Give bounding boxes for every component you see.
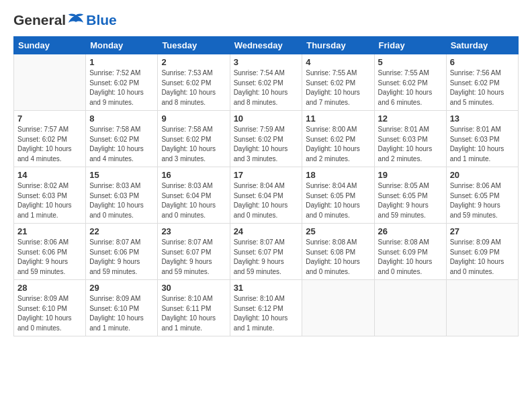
- day-info: Sunrise: 8:04 AM Sunset: 6:05 PM Dayligh…: [306, 181, 370, 220]
- calendar-week-row: 28Sunrise: 8:09 AM Sunset: 6:10 PM Dayli…: [14, 280, 519, 336]
- day-number: 28: [17, 283, 82, 293]
- day-info: Sunrise: 7:54 AM Sunset: 6:02 PM Dayligh…: [234, 68, 299, 107]
- day-number: 11: [306, 113, 370, 124]
- calendar-week-row: 21Sunrise: 8:06 AM Sunset: 6:06 PM Dayli…: [14, 224, 519, 280]
- day-info: Sunrise: 8:03 AM Sunset: 6:03 PM Dayligh…: [89, 181, 154, 220]
- logo: General Blue: [13, 12, 117, 28]
- day-info: Sunrise: 7:58 AM Sunset: 6:02 PM Dayligh…: [161, 125, 226, 164]
- calendar-day-cell: 16Sunrise: 8:03 AM Sunset: 6:04 PM Dayli…: [158, 167, 230, 224]
- calendar-day-cell: 14Sunrise: 8:02 AM Sunset: 6:03 PM Dayli…: [14, 167, 86, 224]
- day-number: 24: [234, 226, 299, 236]
- calendar-header-row: SundayMondayTuesdayWednesdayThursdayFrid…: [14, 37, 519, 54]
- calendar-day-cell: 6Sunrise: 7:56 AM Sunset: 6:02 PM Daylig…: [446, 54, 518, 111]
- calendar-day-cell: 27Sunrise: 8:09 AM Sunset: 6:09 PM Dayli…: [446, 224, 518, 280]
- day-number: 9: [161, 113, 226, 124]
- day-number: 29: [89, 283, 154, 293]
- day-info: Sunrise: 7:57 AM Sunset: 6:02 PM Dayligh…: [17, 125, 82, 164]
- day-number: 13: [450, 113, 515, 124]
- day-number: 1: [89, 57, 154, 67]
- day-number: 12: [378, 113, 443, 124]
- day-info: Sunrise: 8:07 AM Sunset: 6:07 PM Dayligh…: [234, 238, 299, 277]
- day-info: Sunrise: 7:59 AM Sunset: 6:02 PM Dayligh…: [234, 125, 299, 164]
- day-info: Sunrise: 7:52 AM Sunset: 6:02 PM Dayligh…: [89, 68, 154, 107]
- day-number: 18: [306, 170, 370, 180]
- day-info: Sunrise: 8:01 AM Sunset: 6:03 PM Dayligh…: [450, 125, 515, 164]
- calendar-day-cell: [302, 280, 374, 336]
- calendar-week-row: 1Sunrise: 7:52 AM Sunset: 6:02 PM Daylig…: [14, 54, 519, 111]
- calendar-day-cell: 2Sunrise: 7:53 AM Sunset: 6:02 PM Daylig…: [158, 54, 230, 111]
- day-info: Sunrise: 8:01 AM Sunset: 6:03 PM Dayligh…: [378, 125, 443, 164]
- calendar-day-cell: 10Sunrise: 7:59 AM Sunset: 6:02 PM Dayli…: [230, 111, 302, 167]
- calendar-day-cell: 26Sunrise: 8:08 AM Sunset: 6:09 PM Dayli…: [374, 224, 446, 280]
- day-info: Sunrise: 8:10 AM Sunset: 6:12 PM Dayligh…: [234, 294, 299, 333]
- header: General Blue: [13, 12, 519, 28]
- page: General Blue SundayMondayTuesdayWednesda…: [0, 0, 532, 411]
- calendar-day-header: Tuesday: [158, 37, 230, 54]
- calendar-day-cell: [446, 280, 518, 336]
- calendar-day-cell: 11Sunrise: 8:00 AM Sunset: 6:02 PM Dayli…: [302, 111, 374, 167]
- calendar-week-row: 14Sunrise: 8:02 AM Sunset: 6:03 PM Dayli…: [14, 167, 519, 224]
- day-info: Sunrise: 8:10 AM Sunset: 6:11 PM Dayligh…: [161, 294, 226, 333]
- day-number: 30: [161, 283, 226, 293]
- calendar-day-cell: [374, 280, 446, 336]
- day-number: 27: [450, 226, 515, 236]
- day-info: Sunrise: 7:55 AM Sunset: 6:02 PM Dayligh…: [306, 68, 370, 107]
- calendar-day-header: Thursday: [302, 37, 374, 54]
- day-info: Sunrise: 8:02 AM Sunset: 6:03 PM Dayligh…: [17, 181, 82, 220]
- day-number: 21: [17, 226, 82, 236]
- calendar-day-cell: 29Sunrise: 8:09 AM Sunset: 6:10 PM Dayli…: [86, 280, 158, 336]
- logo-general-text: General: [13, 12, 66, 28]
- day-info: Sunrise: 8:05 AM Sunset: 6:05 PM Dayligh…: [378, 181, 443, 220]
- calendar-day-cell: 1Sunrise: 7:52 AM Sunset: 6:02 PM Daylig…: [86, 54, 158, 111]
- day-number: 6: [450, 57, 515, 67]
- logo-blue-text: Blue: [86, 12, 117, 28]
- day-number: 4: [306, 57, 370, 67]
- calendar-week-row: 7Sunrise: 7:57 AM Sunset: 6:02 PM Daylig…: [14, 111, 519, 167]
- day-info: Sunrise: 8:06 AM Sunset: 6:06 PM Dayligh…: [17, 238, 82, 277]
- calendar-day-header: Monday: [86, 37, 158, 54]
- day-number: 16: [161, 170, 226, 180]
- day-info: Sunrise: 7:55 AM Sunset: 6:02 PM Dayligh…: [378, 68, 443, 107]
- day-info: Sunrise: 8:09 AM Sunset: 6:10 PM Dayligh…: [89, 294, 154, 333]
- day-number: 7: [17, 113, 82, 124]
- calendar-day-cell: 8Sunrise: 7:58 AM Sunset: 6:02 PM Daylig…: [86, 111, 158, 167]
- day-info: Sunrise: 7:56 AM Sunset: 6:02 PM Dayligh…: [450, 68, 515, 107]
- day-info: Sunrise: 8:08 AM Sunset: 6:08 PM Dayligh…: [306, 238, 370, 277]
- calendar-table: SundayMondayTuesdayWednesdayThursdayFrid…: [13, 36, 519, 336]
- calendar-day-cell: 25Sunrise: 8:08 AM Sunset: 6:08 PM Dayli…: [302, 224, 374, 280]
- calendar-day-cell: 24Sunrise: 8:07 AM Sunset: 6:07 PM Dayli…: [230, 224, 302, 280]
- day-number: 3: [234, 57, 299, 67]
- day-info: Sunrise: 8:04 AM Sunset: 6:04 PM Dayligh…: [234, 181, 299, 220]
- calendar-day-cell: 12Sunrise: 8:01 AM Sunset: 6:03 PM Dayli…: [374, 111, 446, 167]
- day-number: 25: [306, 226, 370, 236]
- calendar-day-header: Friday: [374, 37, 446, 54]
- calendar-day-cell: 28Sunrise: 8:09 AM Sunset: 6:10 PM Dayli…: [14, 280, 86, 336]
- calendar-day-cell: 21Sunrise: 8:06 AM Sunset: 6:06 PM Dayli…: [14, 224, 86, 280]
- calendar-day-cell: 19Sunrise: 8:05 AM Sunset: 6:05 PM Dayli…: [374, 167, 446, 224]
- day-number: 23: [161, 226, 226, 236]
- day-info: Sunrise: 8:06 AM Sunset: 6:05 PM Dayligh…: [450, 181, 515, 220]
- calendar-day-cell: 7Sunrise: 7:57 AM Sunset: 6:02 PM Daylig…: [14, 111, 86, 167]
- day-number: 20: [450, 170, 515, 180]
- day-info: Sunrise: 7:58 AM Sunset: 6:02 PM Dayligh…: [89, 125, 154, 164]
- calendar-day-cell: 31Sunrise: 8:10 AM Sunset: 6:12 PM Dayli…: [230, 280, 302, 336]
- day-info: Sunrise: 8:08 AM Sunset: 6:09 PM Dayligh…: [378, 238, 443, 277]
- calendar-day-cell: 4Sunrise: 7:55 AM Sunset: 6:02 PM Daylig…: [302, 54, 374, 111]
- day-number: 14: [17, 170, 82, 180]
- day-number: 19: [378, 170, 443, 180]
- day-info: Sunrise: 7:53 AM Sunset: 6:02 PM Dayligh…: [161, 68, 226, 107]
- calendar-day-cell: 20Sunrise: 8:06 AM Sunset: 6:05 PM Dayli…: [446, 167, 518, 224]
- day-number: 8: [89, 113, 154, 124]
- calendar-day-header: Sunday: [14, 37, 86, 54]
- calendar-day-cell: 15Sunrise: 8:03 AM Sunset: 6:03 PM Dayli…: [86, 167, 158, 224]
- calendar-day-cell: [14, 54, 86, 111]
- day-number: 2: [161, 57, 226, 67]
- calendar-day-header: Saturday: [446, 37, 518, 54]
- day-info: Sunrise: 8:00 AM Sunset: 6:02 PM Dayligh…: [306, 125, 370, 164]
- calendar-day-cell: 13Sunrise: 8:01 AM Sunset: 6:03 PM Dayli…: [446, 111, 518, 167]
- day-info: Sunrise: 8:07 AM Sunset: 6:07 PM Dayligh…: [161, 238, 226, 277]
- day-number: 5: [378, 57, 443, 67]
- day-number: 15: [89, 170, 154, 180]
- day-number: 22: [89, 226, 154, 236]
- logo-bird-icon: [66, 13, 85, 28]
